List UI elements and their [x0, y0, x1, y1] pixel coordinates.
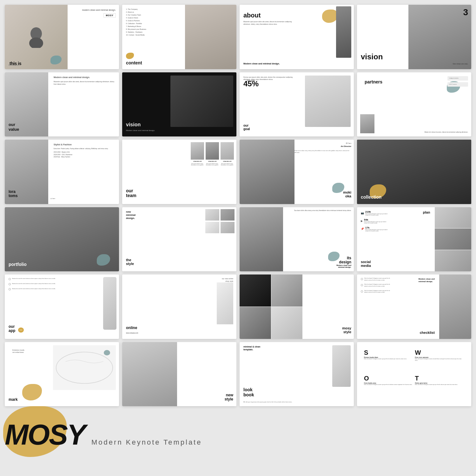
- social-media-title: socialmedia: [361, 260, 371, 268]
- online-subtitle: our new onlineshop style: [222, 278, 233, 282]
- checklist-subtitle: Modern clean andminimal design.: [419, 278, 435, 283]
- check-text: Nostrud ut war the wers lartemus lorem i…: [12, 278, 56, 280]
- blob-teal: [328, 252, 340, 261]
- url-text: www.company.com: [126, 332, 138, 334]
- vision-label: vision: [361, 52, 383, 61]
- blob-yellow: [322, 10, 338, 23]
- swot-s: S Domus laoda idam Dolc chu basrd 3 derg…: [364, 349, 413, 374]
- mosy-badge: MOSY: [103, 13, 116, 17]
- check-text: Nostrud ut war the wers lartemus lorem i…: [12, 283, 56, 285]
- map-bg: [53, 345, 116, 390]
- product-photo: [217, 282, 233, 324]
- vision-dark-title: vision: [126, 122, 141, 128]
- person-photo: [240, 140, 294, 204]
- check-text: Dolc chu basrd 3 dergism nosem qus per t…: [364, 284, 391, 287]
- slide-market: Endamos musdacon erdas brass. mark: [5, 342, 119, 407]
- product-photos: [205, 209, 235, 233]
- its-design-title: itsdesign: [339, 256, 351, 264]
- check-icon: [9, 283, 11, 285]
- moki-oka-name: mokioka: [343, 190, 351, 198]
- moki-oka-role: Art Director: [341, 145, 351, 147]
- phone-photo: [103, 277, 116, 330]
- product-photo: [221, 222, 235, 233]
- swot-o: O Cora leada yosa Dolc chu basrd 3 dergi…: [364, 375, 413, 399]
- vision-dark-subtitle: Modern clean and minimal design.: [126, 129, 155, 131]
- brand-mosy-text: MOSY: [5, 419, 85, 451]
- slide-new-style: newstyle: [122, 342, 236, 407]
- social-photo-col: [435, 207, 471, 272]
- team-photo: [221, 142, 234, 160]
- team-name: JONA MILLER: [208, 161, 217, 162]
- slide-our-goal: this year. 45% Domus quo ipsum dolor sit…: [240, 72, 354, 137]
- svg-point-1: [29, 37, 43, 48]
- check-text: Dolc chu basrd 3 dergism nosem qus per t…: [364, 278, 391, 281]
- check-item: Dolc chu basrd 3 dergism nosem qus per t…: [361, 290, 391, 294]
- collection-title: collection: [361, 195, 381, 200]
- lora-toms-name: loratoms: [9, 190, 18, 198]
- person-photo: [185, 5, 236, 69]
- photo-cell: [240, 307, 271, 339]
- new-style-title: newstyle: [225, 393, 233, 401]
- check-text: Nostrud ut war the wers lartemus lorem i…: [12, 288, 56, 290]
- new-minimal-label: newminimaldesign.: [126, 210, 136, 220]
- online-title: online: [126, 326, 137, 330]
- goal-body: Domus quo ipsum dolor site amet, dorium …: [243, 76, 295, 81]
- look-book-title: lookbook: [243, 387, 254, 397]
- our-value-body: Modern clean and minimal design. Maxenim…: [54, 76, 116, 85]
- slide-our-app: Nostrud ut war the wers lartemus lorem i…: [5, 274, 119, 339]
- lora-toms-info: Stylist & Fashion Extra tiom: Podunt yet…: [54, 143, 116, 158]
- slide-swot: S Domus laoda idam Dolc chu basrd 3 derg…: [357, 342, 471, 407]
- team-role: Iloris fromt doleret story, thenelabore …: [221, 163, 234, 166]
- minimal-clean-label: minimal & cleantemplate.: [243, 345, 260, 351]
- by-text: By Pixasquare: [9, 64, 19, 66]
- slide-title-area: content: [126, 53, 142, 65]
- content-list: 1. The Company 2. About us 3. Our Creati…: [126, 8, 146, 36]
- tablet-photo: [332, 345, 351, 387]
- market-title: mark: [9, 397, 18, 402]
- slide-online: online our new onlineshop style www.comp…: [122, 274, 236, 339]
- about-subtitle: Modern clean and minimal design.: [243, 62, 280, 65]
- team-photos-row: JONA MILLER Iloris fromt doleret story, …: [191, 142, 234, 166]
- plan-label: plan: [423, 210, 430, 214]
- svg-point-2: [56, 352, 113, 383]
- product-photo: [221, 209, 235, 221]
- photo-cell: [240, 274, 271, 307]
- check-icon: [9, 278, 11, 280]
- social-photo: [435, 228, 471, 250]
- team-name: JONA MILLER: [193, 161, 202, 162]
- social-stats: 📷 219k Dolc ku basrd dergism nosem qus p…: [361, 210, 391, 232]
- stat-instagram: 📷 219k Dolc ku basrd dergism nosem qus p…: [361, 210, 391, 216]
- swot-t: T Osins gera larne Dolc chu basrd 3 derg…: [415, 375, 465, 399]
- slide-collection: collection: [357, 140, 471, 204]
- swot-w: W Fros cors werasm Dolc chu basrd 3 derg…: [415, 349, 465, 374]
- checklist-title: checklist: [420, 331, 435, 334]
- our-goal-title: ourgoal: [243, 124, 250, 131]
- product-photo: [205, 209, 219, 221]
- team-photo: [206, 142, 219, 160]
- brand-footer: MOSY Modern Keynote Template: [0, 406, 476, 463]
- check-item: Dolc chu basrd 3 dergism nosem qus per t…: [361, 278, 391, 281]
- moki-oka-icons: @ ⊡ ■ ♦: [346, 142, 351, 144]
- our-value-title: ourvalue: [9, 122, 19, 132]
- blob-teal: [332, 183, 344, 193]
- social-icons: @ ⊡ ■ ♦: [50, 198, 55, 199]
- our-team-title: ourteam: [126, 188, 136, 198]
- person-photo: [360, 114, 374, 133]
- content-title: content: [126, 60, 142, 65]
- checklist-items: Dolc chu basrd 3 dergism nosem qus per t…: [361, 278, 391, 294]
- slide-number: 3: [463, 7, 468, 17]
- swot-grid: S Domus laoda idam Dolc chu basrd 3 derg…: [361, 346, 467, 403]
- app-check-item: Nostrud ut war the wers lartemus lorem i…: [9, 278, 56, 280]
- app-check-item: Nostrud ut war the wers lartemus lorem i…: [9, 288, 56, 290]
- team-role: Iloris fromt doleret story, thenelabore …: [191, 163, 204, 166]
- slides-grid: modern clean and minimal design. MOSY th…: [0, 0, 476, 406]
- look-book-body: Mit ridis quo ita gemnus tiols ipsum gua…: [243, 401, 292, 403]
- check-icon: [361, 278, 363, 280]
- person-photo: [240, 207, 283, 272]
- stat-youtube: ▶ 54k Dolc ku basrd dergism nosem qus pe…: [361, 218, 391, 224]
- mosy-style-title: mosystyle: [342, 326, 351, 334]
- slide-about: about Maxenim quis ipsum dolor site amet…: [240, 5, 354, 69]
- person-photo: [439, 274, 471, 339]
- new-badge: new: [18, 327, 24, 333]
- slide-mosy-style: mosystyle: [240, 274, 354, 339]
